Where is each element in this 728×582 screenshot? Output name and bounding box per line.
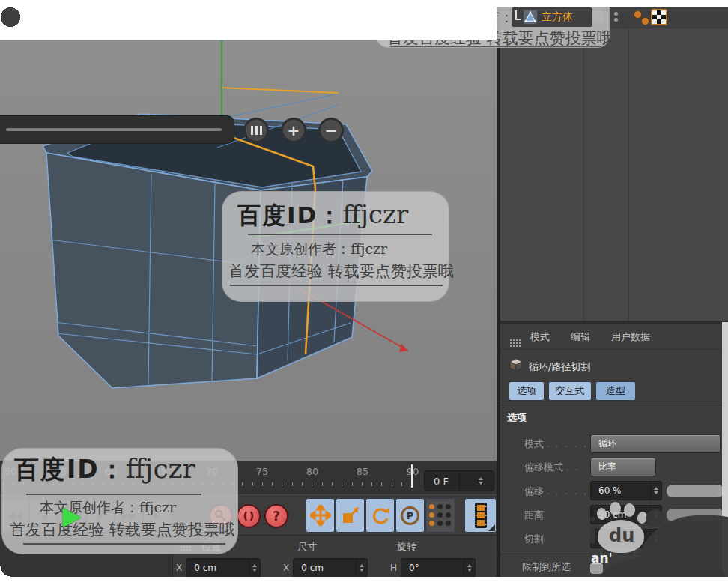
tab-modeling[interactable]: 造型 (595, 381, 636, 401)
rotate-icon (370, 505, 391, 526)
move-cross-icon (310, 505, 331, 526)
tag-dot-icon[interactable] (641, 17, 649, 25)
cut-label: 切割 (524, 533, 544, 546)
object-manager (500, 7, 728, 322)
offset-mode-label: 偏移模式. . (524, 461, 580, 474)
corner-fold-icon (488, 524, 495, 531)
menu-edit[interactable]: 编辑 (571, 330, 590, 344)
ruler-tick-label: 85 (350, 466, 375, 477)
object-row-cube[interactable]: 立方体 (512, 7, 592, 27)
playhead-marker[interactable] (411, 464, 413, 488)
tool-title: 循环/路径切割 (529, 360, 590, 374)
position-x-spinner[interactable] (249, 559, 260, 577)
scale-square-icon (341, 506, 360, 525)
keyframe-selection-button[interactable]: ? (264, 504, 288, 528)
key-rotation-button[interactable] (365, 498, 395, 533)
hud-bars-button[interactable] (243, 118, 269, 143)
texture-tag-icon[interactable] (651, 9, 667, 25)
watermark-center: 百度ID：ffjczr 本文原创作者：ffjczr 首发百度经验 转载要点赞投票… (222, 191, 449, 302)
menu-user-data[interactable]: 用户数据 (611, 330, 650, 344)
size-x-field[interactable]: 0 cm (293, 558, 368, 578)
size-x-spinner[interactable] (356, 559, 367, 577)
c4d-window: + − 网格间距 : 100 cm 50 55 60 65 70 75 80 8… (0, 0, 728, 582)
position-x-field[interactable]: 0 cm (186, 558, 261, 578)
hud-zoom-in-button[interactable]: + (281, 118, 306, 143)
baidu-du-logo: du (609, 525, 634, 546)
attribute-menu-bar: 模式 编辑 用户数据 (500, 324, 728, 350)
rotation-header: 旋转 (377, 540, 437, 554)
ruler-tick-label: 90 (400, 466, 425, 477)
viewport-slider[interactable] (0, 115, 234, 144)
record-icon (241, 509, 256, 524)
rotation-h-group: H 0° (390, 558, 476, 578)
offset-label: 偏移. . . . . (524, 485, 589, 498)
hud-zoom-out-button[interactable]: − (318, 118, 344, 143)
tab-options[interactable]: 选项 (509, 381, 545, 401)
tree-branch-icon (515, 10, 517, 19)
key-pla-button[interactable] (425, 498, 455, 533)
mode-label: 模式. . . . . (524, 437, 589, 451)
menu-mode[interactable]: 模式 (530, 330, 550, 344)
dots-grid-icon (429, 504, 452, 527)
restrict-label: 限制到所选 (522, 560, 571, 574)
distance-label: 距离 (524, 509, 544, 522)
visibility-dot-top[interactable] (614, 12, 618, 16)
polygon-object-icon[interactable] (523, 10, 538, 25)
mode-dropdown[interactable]: 循环 (590, 434, 721, 453)
watermark-bottom-left: 百度ID：ffjczr 本文原创作者：ffjczr 首发百度经验 转载要点赞投票… (1, 448, 238, 554)
ruler-tick-label: 75 (249, 466, 275, 477)
rotation-h-spinner[interactable] (464, 559, 475, 577)
filmstrip-icon (473, 502, 488, 529)
ruler-tick-label: 80 (300, 466, 325, 477)
key-scale-button[interactable] (336, 498, 365, 533)
offset-slider[interactable] (667, 485, 724, 497)
question-icon: ? (273, 509, 280, 524)
object-name-label: 立方体 (542, 10, 573, 24)
play-icon[interactable] (63, 508, 81, 527)
frame-spinner[interactable] (459, 471, 494, 491)
plus-icon: + (288, 123, 300, 138)
rotation-h-field[interactable]: 0° (401, 558, 476, 578)
autokey-button[interactable] (237, 504, 261, 528)
jingyan-text: an' (591, 551, 613, 566)
tool-cube-icon (509, 357, 524, 375)
tab-interactive[interactable]: 交互式 (548, 381, 592, 401)
key-parameter-button[interactable]: P (395, 498, 425, 533)
size-header: 尺寸 (277, 540, 337, 554)
offset-field[interactable]: 60 % (590, 481, 662, 500)
key-position-button[interactable] (306, 498, 335, 533)
position-x-group: X 0 cm (176, 558, 261, 578)
size-x-group: X 0 cm (283, 558, 368, 578)
phong-tag-icon[interactable] (634, 10, 642, 19)
parameter-p-icon: P (401, 506, 419, 525)
offset-mode-dropdown[interactable]: 比率 (590, 458, 656, 476)
visibility-dot-bottom[interactable] (614, 18, 618, 22)
motion-clip-button[interactable] (464, 498, 497, 533)
minus-icon: − (325, 123, 338, 138)
section-options-title: 选项 (507, 411, 527, 425)
bars-icon (251, 126, 253, 135)
offset-spinner[interactable] (650, 482, 661, 500)
current-frame-field[interactable]: 0 F (424, 470, 494, 491)
